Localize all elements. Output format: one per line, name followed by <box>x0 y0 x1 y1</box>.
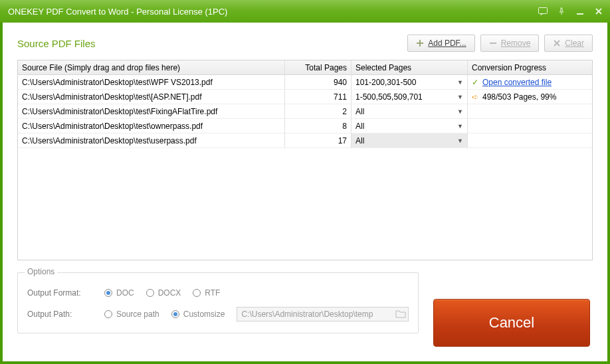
window-title: ONEKEY PDF Convert to Word - Personal Li… <box>8 7 538 17</box>
cell-selected-pages[interactable]: All▼ <box>352 119 468 133</box>
file-grid: Source File (Simply drag and drop files … <box>17 60 593 260</box>
cell-total-pages: 2 <box>285 104 352 118</box>
cell-progress: ✓Open converted file <box>468 75 592 89</box>
table-row[interactable]: C:\Users\Administrator\Desktop\test\user… <box>18 134 592 148</box>
svg-rect-0 <box>539 8 548 14</box>
format-rtf-radio[interactable]: RTF <box>193 288 220 298</box>
output-path-input[interactable] <box>237 307 409 321</box>
cell-progress: ➪498/503 Pages, 99% <box>468 90 592 104</box>
remove-label: Remove <box>501 39 531 48</box>
cell-source: C:\Users\Administrator\Desktop\test\WPF … <box>18 75 285 89</box>
remove-button[interactable]: Remove <box>480 35 540 52</box>
chevron-down-icon[interactable]: ▼ <box>457 123 463 130</box>
cell-total-pages: 8 <box>285 119 352 133</box>
cancel-label: Cancel <box>489 314 534 331</box>
cell-progress <box>468 119 592 133</box>
minus-icon <box>489 39 497 47</box>
cell-total-pages: 17 <box>285 134 352 147</box>
path-custom-radio[interactable]: Customsize <box>171 310 225 319</box>
cell-progress <box>468 104 592 118</box>
grid-body: C:\Users\Administrator\Desktop\test\WPF … <box>18 75 592 260</box>
section-title: Source PDF Files <box>17 38 402 49</box>
cell-selected-pages[interactable]: All▼ <box>352 134 468 147</box>
pin-icon[interactable] <box>557 7 566 16</box>
add-pdf-button[interactable]: Add PDF... <box>407 35 474 52</box>
progress-text: 498/503 Pages, 99% <box>482 92 556 102</box>
table-row[interactable]: C:\Users\Administrator\Desktop\test\[ASP… <box>18 90 592 104</box>
output-path-label: Output Path: <box>27 310 92 319</box>
cell-source: C:\Users\Administrator\Desktop\test\[ASP… <box>18 90 285 104</box>
format-doc-radio[interactable]: DOC <box>104 288 134 298</box>
minimize-icon[interactable] <box>575 7 585 16</box>
clear-button[interactable]: Clear <box>544 35 593 52</box>
cell-source: C:\Users\Administrator\Desktop\test\owne… <box>18 119 285 133</box>
output-path-row: Output Path: Source path Customsize <box>27 304 409 325</box>
chevron-down-icon[interactable]: ▼ <box>457 94 463 100</box>
cell-progress <box>468 134 592 147</box>
table-row[interactable]: C:\Users\Administrator\Desktop\test\Fixi… <box>18 104 592 119</box>
format-docx-radio[interactable]: DOCX <box>146 288 181 298</box>
cell-total-pages: 940 <box>285 75 352 89</box>
cell-source: C:\Users\Administrator\Desktop\test\Fixi… <box>18 104 285 118</box>
close-icon[interactable] <box>594 7 603 16</box>
cancel-button[interactable]: Cancel <box>433 299 590 347</box>
options-legend: Options <box>25 267 57 276</box>
titlebar: ONEKEY PDF Convert to Word - Personal Li… <box>0 0 610 23</box>
table-row[interactable]: C:\Users\Administrator\Desktop\test\WPF … <box>18 75 592 90</box>
toolbar-row: Source PDF Files Add PDF... Remove Clear <box>17 35 593 52</box>
app-window: ONEKEY PDF Convert to Word - Personal Li… <box>0 0 610 364</box>
output-format-label: Output Format: <box>27 288 92 298</box>
cell-selected-pages[interactable]: 101-200,301-500▼ <box>352 75 468 89</box>
table-row[interactable]: C:\Users\Administrator\Desktop\test\owne… <box>18 119 592 134</box>
content-area: Source PDF Files Add PDF... Remove Clear <box>3 23 607 361</box>
header-source[interactable]: Source File (Simply drag and drop files … <box>18 60 285 74</box>
cell-source: C:\Users\Administrator\Desktop\test\user… <box>18 134 285 147</box>
add-pdf-label: Add PDF... <box>428 39 466 48</box>
browse-folder-icon[interactable] <box>395 309 406 320</box>
plus-icon <box>416 39 424 47</box>
cell-selected-pages[interactable]: All▼ <box>352 104 468 118</box>
arrow-right-icon: ➪ <box>472 92 478 102</box>
clear-label: Clear <box>565 39 584 48</box>
chevron-down-icon[interactable]: ▼ <box>457 137 463 144</box>
chevron-down-icon[interactable]: ▼ <box>457 79 463 86</box>
cell-selected-pages[interactable]: 1-500,505,509,701▼ <box>352 90 468 104</box>
header-selected-pages[interactable]: Selected Pages <box>352 60 468 74</box>
feedback-icon[interactable] <box>538 7 548 16</box>
output-format-row: Output Format: DOC DOCX RTF <box>27 282 409 304</box>
chevron-down-icon[interactable]: ▼ <box>457 108 463 115</box>
path-source-radio[interactable]: Source path <box>104 310 159 319</box>
grid-header: Source File (Simply drag and drop files … <box>18 60 592 75</box>
cell-total-pages: 711 <box>285 90 352 104</box>
open-converted-link[interactable]: Open converted file <box>482 78 552 87</box>
header-progress[interactable]: Conversion Progress <box>468 60 592 74</box>
check-icon: ✓ <box>472 78 478 87</box>
clear-icon <box>553 39 561 47</box>
titlebar-controls <box>538 7 603 16</box>
path-input-wrap <box>237 307 409 321</box>
header-total-pages[interactable]: Total Pages <box>285 60 352 74</box>
options-box: Options Output Format: DOC DOCX RTF Outp… <box>17 272 419 333</box>
